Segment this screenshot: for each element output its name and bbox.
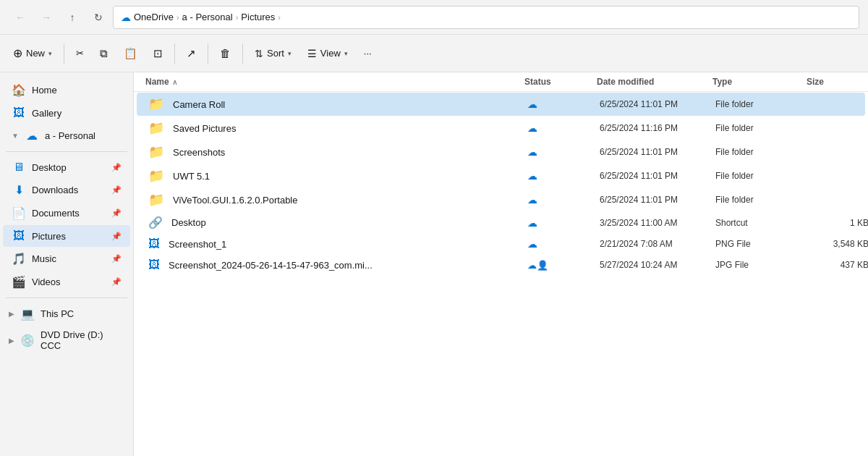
back-button[interactable]: ← [9, 6, 32, 29]
refresh-button[interactable]: ↻ [87, 6, 110, 29]
sort-chevron-icon: ▾ [288, 50, 292, 57]
col-header-type[interactable]: Type [712, 77, 807, 87]
breadcrumb-onedrive[interactable]: ☁ OneDrive [121, 12, 174, 23]
documents-pin-icon: 📌 [111, 208, 122, 218]
cloud-status-icon: ☁ [527, 122, 537, 134]
address-bar: ← → ↑ ↻ ☁ OneDrive › a - Personal › Pict… [0, 0, 868, 35]
col-header-name[interactable]: Name ∧ [134, 77, 524, 87]
dvd-expand-icon: ▶ [9, 337, 14, 345]
file-type-cell: File folder [715, 171, 809, 181]
file-name-text: Camera Roll [173, 99, 527, 110]
sort-button[interactable]: ⇅ Sort ▾ [247, 41, 299, 67]
more-button[interactable]: ··· [357, 41, 379, 67]
file-type-cell: Shortcut [715, 218, 809, 228]
sidebar-item-gallery[interactable]: 🖼 Gallery [3, 102, 130, 124]
sidebar-thispc-label: This PC [41, 308, 74, 319]
file-date-cell: 6/25/2024 11:16 PM [600, 123, 715, 133]
cloud-person-status-icon: ☁👤 [527, 260, 548, 271]
documents-sidebar-icon: 📄 [12, 206, 26, 220]
file-date-cell: 3/25/2024 11:00 AM [600, 218, 715, 228]
file-date-cell: 5/27/2024 10:24 AM [600, 260, 715, 270]
table-row[interactable]: 📁 Screenshots ☁ 6/25/2024 11:01 PM File … [137, 140, 865, 164]
sidebar-item-documents[interactable]: 📄 Documents 📌 [3, 202, 130, 224]
file-status-cell: ☁ [527, 217, 600, 229]
share-icon: ↗ [187, 47, 196, 60]
forward-button[interactable]: → [35, 6, 58, 29]
rename-icon: ⊡ [153, 47, 163, 60]
sidebar-item-dvd[interactable]: ▶ 💿 DVD Drive (D:) CCC [0, 325, 133, 355]
cut-button[interactable]: ✂ [69, 41, 91, 67]
view-icon: ☰ [307, 48, 317, 59]
sidebar-item-desktop[interactable]: 🖥 Desktop 📌 [3, 156, 130, 178]
col-header-date[interactable]: Date modified [597, 77, 712, 87]
sidebar-item-thispc[interactable]: ▶ 💻 This PC [0, 303, 133, 325]
file-name-cell: 🖼 Screenshot_2024-05-26-14-15-47-963_com… [137, 258, 527, 271]
thispc-expand-icon: ▶ [9, 310, 14, 318]
paste-button[interactable]: 📋 [116, 41, 145, 67]
breadcrumb-sep-3: › [278, 13, 281, 22]
sidebar-dvd-label: DVD Drive (D:) CCC [41, 329, 124, 351]
col-header-size[interactable]: Size [807, 77, 868, 87]
file-date-cell: 6/25/2024 11:01 PM [600, 147, 715, 157]
file-date-cell: 6/25/2024 11:01 PM [600, 171, 715, 181]
col-date-label: Date modified [597, 77, 654, 87]
file-name-cell: 🔗 Desktop [137, 216, 527, 229]
sidebar-item-downloads[interactable]: ⬇ Downloads 📌 [3, 179, 130, 201]
toolbar-sep-3 [208, 43, 208, 64]
breadcrumb-pictures[interactable]: Pictures [241, 12, 275, 22]
file-status-cell: ☁ [527, 146, 600, 158]
table-row[interactable]: 🖼 Screenshot_1 ☁ 2/21/2024 7:08 AM PNG F… [137, 234, 865, 254]
sort-arrow-icon: ∧ [172, 78, 177, 86]
thispc-sidebar-icon: 💻 [20, 307, 35, 321]
folder-icon: 📁 [148, 144, 164, 160]
table-row[interactable]: 📁 UWT 5.1 ☁ 6/25/2024 11:01 PM File fold… [137, 164, 865, 187]
table-row[interactable]: 📁 Saved Pictures ☁ 6/25/2024 11:16 PM Fi… [137, 117, 865, 140]
folder-icon: 📁 [148, 192, 164, 208]
col-type-label: Type [712, 77, 732, 87]
file-type-cell: File folder [715, 195, 809, 205]
file-type-cell: PNG File [715, 239, 809, 249]
delete-icon: 🗑 [220, 47, 231, 59]
file-name-text: Screenshot_2024-05-26-14-15-47-963_com.m… [169, 260, 527, 271]
share-button[interactable]: ↗ [179, 41, 203, 67]
file-size-cell: 3,548 KB [809, 239, 868, 249]
breadcrumb-personal[interactable]: a - Personal [182, 12, 233, 22]
view-button[interactable]: ☰ View ▾ [300, 41, 355, 67]
new-plus-icon: ⊕ [13, 46, 22, 60]
copy-icon: ⧉ [100, 47, 108, 60]
cloud-status-icon: ☁ [527, 217, 537, 229]
delete-button[interactable]: 🗑 [213, 41, 238, 67]
up-button[interactable]: ↑ [61, 6, 84, 29]
sidebar-item-home[interactable]: 🏠 Home [3, 79, 130, 101]
downloads-sidebar-icon: ⬇ [12, 183, 26, 197]
sidebar-item-apersonal[interactable]: ▼ ☁ a - Personal [3, 124, 130, 147]
col-header-status[interactable]: Status [524, 77, 597, 87]
toolbar-sep-4 [242, 43, 243, 64]
onedrive-sidebar-icon: ☁ [25, 129, 39, 143]
new-button[interactable]: ⊕ New ▾ [6, 41, 59, 67]
table-row[interactable]: 🖼 Screenshot_2024-05-26-14-15-47-963_com… [137, 255, 865, 275]
new-label: New [26, 48, 45, 59]
sidebar-home-label: Home [32, 85, 57, 96]
copy-button[interactable]: ⧉ [93, 41, 115, 67]
file-status-cell: ☁ [527, 170, 600, 182]
music-sidebar-icon: 🎵 [12, 252, 26, 266]
breadcrumb-pictures-label: Pictures [241, 12, 275, 22]
image-icon: 🖼 [148, 237, 160, 250]
file-status-cell: ☁ [527, 238, 600, 250]
cloud-status-icon: ☁ [527, 170, 537, 182]
rename-button[interactable]: ⊡ [146, 41, 170, 67]
videos-pin-icon: 📌 [111, 277, 122, 287]
sidebar-downloads-label: Downloads [32, 185, 78, 195]
table-row[interactable]: 📁 Camera Roll ☁ 6/25/2024 11:01 PM File … [137, 93, 865, 116]
sidebar-divider-1 [6, 151, 127, 152]
toolbar-sep-1 [64, 43, 64, 64]
breadcrumb[interactable]: ☁ OneDrive › a - Personal › Pictures › [113, 6, 859, 29]
sidebar-item-music[interactable]: 🎵 Music 📌 [3, 248, 130, 270]
table-row[interactable]: 📁 ViVeTool.GUI.1.6.2.0.Portable ☁ 6/25/2… [137, 188, 865, 211]
home-icon: 🏠 [12, 83, 26, 97]
sidebar-item-videos[interactable]: 🎬 Videos 📌 [3, 271, 130, 293]
table-row[interactable]: 🔗 Desktop ☁ 3/25/2024 11:00 AM Shortcut … [137, 212, 865, 233]
sidebar-item-pictures[interactable]: 🖼 Pictures 📌 [3, 225, 130, 247]
folder-icon: 📁 [148, 168, 164, 184]
